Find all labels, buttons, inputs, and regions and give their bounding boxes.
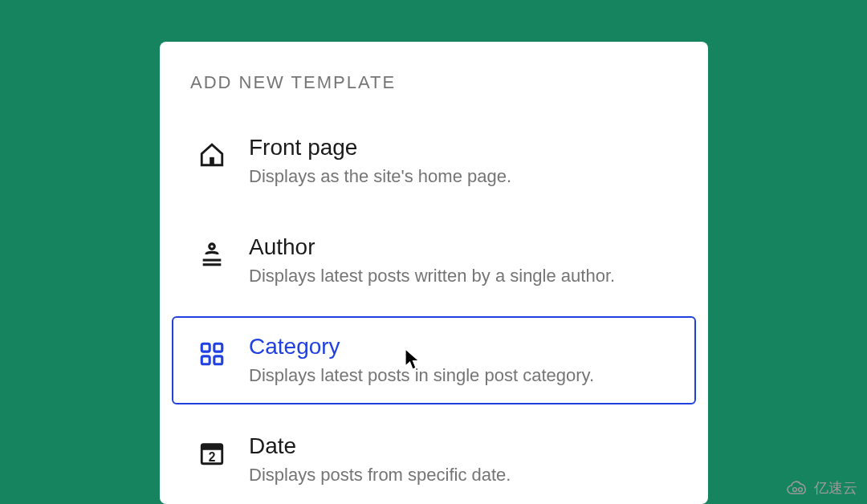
svg-rect-0: [210, 157, 214, 165]
template-option-front-page[interactable]: Front page Displays as the site's home p…: [172, 117, 696, 205]
template-option-desc: Displays latest posts written by a singl…: [249, 262, 672, 289]
panel-heading: ADD NEW TEMPLATE: [160, 72, 708, 117]
template-option-desc: Displays posts from specific date.: [249, 461, 672, 488]
template-option-title: Front page: [249, 133, 672, 161]
author-icon: [196, 233, 228, 268]
date-icon: 2: [196, 432, 228, 467]
template-option-title: Category: [249, 332, 672, 360]
svg-point-12: [799, 488, 803, 492]
svg-rect-9: [201, 445, 222, 450]
cloud-icon: [785, 480, 809, 496]
template-option-text: Front page Displays as the site's home p…: [249, 133, 672, 189]
template-option-text: Author Displays latest posts written by …: [249, 233, 672, 289]
template-option-title: Author: [249, 233, 672, 261]
svg-rect-5: [214, 343, 222, 352]
template-option-desc: Displays as the site's home page.: [249, 163, 672, 189]
svg-point-1: [210, 244, 215, 250]
template-option-title: Date: [249, 432, 672, 460]
watermark-text: 亿速云: [814, 478, 857, 498]
template-option-category[interactable]: Category Displays latest posts in single…: [172, 316, 696, 404]
template-option-date[interactable]: 2 Date Displays posts from specific date…: [172, 416, 696, 504]
home-icon: [196, 133, 228, 169]
template-option-text: Date Displays posts from specific date.: [249, 432, 672, 488]
template-option-author[interactable]: Author Displays latest posts written by …: [172, 217, 696, 305]
watermark: 亿速云: [785, 478, 857, 498]
svg-rect-6: [201, 356, 210, 364]
svg-text:2: 2: [209, 450, 216, 464]
template-option-text: Category Displays latest posts in single…: [249, 332, 672, 388]
svg-rect-7: [214, 356, 222, 364]
add-template-panel: ADD NEW TEMPLATE Front page Displays as …: [160, 42, 708, 504]
svg-point-11: [793, 488, 797, 492]
svg-rect-4: [201, 343, 210, 352]
template-option-desc: Displays latest posts in single post cat…: [249, 362, 672, 388]
category-icon: [196, 332, 228, 368]
